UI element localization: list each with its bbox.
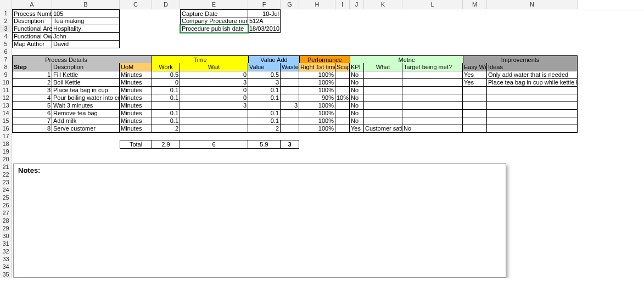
col-header[interactable]: Target being met? — [402, 63, 463, 71]
table-cell[interactable]: 100% — [299, 71, 335, 79]
cell[interactable] — [463, 132, 487, 140]
table-cell[interactable] — [281, 86, 299, 94]
row-header[interactable]: 8 — [0, 63, 12, 71]
cell[interactable] — [350, 132, 364, 140]
table-cell[interactable] — [487, 86, 578, 94]
table-cell[interactable] — [180, 117, 248, 125]
table-cell[interactable]: Minutes — [120, 101, 152, 110]
cell[interactable] — [299, 9, 335, 17]
col-header[interactable]: Ideas — [487, 63, 578, 71]
cell[interactable] — [281, 9, 299, 17]
table-cell[interactable]: 0.5 — [152, 71, 180, 79]
cell[interactable] — [52, 140, 120, 148]
cell[interactable] — [487, 25, 578, 32]
row-header[interactable]: 15 — [0, 117, 12, 125]
table-cell[interactable] — [487, 94, 578, 102]
cell[interactable] — [120, 48, 152, 55]
table-cell[interactable]: Minutes — [120, 78, 152, 87]
table-cell[interactable]: 100% — [299, 117, 335, 125]
table-cell[interactable] — [487, 125, 578, 133]
table-cell[interactable]: Place tea bag in cup — [52, 86, 120, 94]
table-cell[interactable]: Fill Kettle — [52, 71, 120, 79]
cell[interactable] — [487, 17, 578, 25]
table-cell[interactable]: 3 — [180, 101, 248, 110]
table-cell[interactable]: 0.1 — [152, 117, 180, 125]
table-cell[interactable] — [248, 101, 281, 110]
cell[interactable] — [12, 148, 578, 155]
cell[interactable] — [463, 140, 487, 148]
row-header[interactable]: 21 — [0, 163, 12, 171]
cell[interactable] — [463, 25, 487, 32]
table-cell[interactable]: No — [350, 94, 364, 102]
cell[interactable] — [52, 48, 120, 55]
row-header[interactable]: 32 — [0, 247, 12, 256]
cell[interactable] — [402, 140, 463, 148]
cell[interactable] — [463, 9, 487, 17]
col-header-M[interactable]: M — [463, 0, 487, 9]
row-header[interactable]: 27 — [0, 209, 12, 217]
cell[interactable] — [120, 32, 152, 40]
notes-textbox[interactable]: Notes: — [13, 163, 506, 278]
cell[interactable] — [180, 40, 248, 48]
table-cell[interactable]: 0 — [180, 94, 248, 102]
col-header-C[interactable]: C — [120, 0, 152, 9]
table-cell[interactable]: 0.1 — [152, 109, 180, 117]
cell[interactable] — [364, 32, 402, 40]
cell[interactable] — [299, 17, 335, 25]
cell[interactable] — [463, 32, 487, 40]
cell[interactable] — [299, 25, 335, 32]
cell[interactable] — [120, 132, 152, 140]
cell[interactable] — [120, 25, 152, 32]
table-cell[interactable]: 100% — [299, 86, 335, 94]
table-cell[interactable] — [364, 94, 402, 102]
row-header[interactable]: 5 — [0, 40, 12, 48]
table-cell[interactable] — [402, 94, 463, 102]
row-header[interactable]: 17 — [0, 132, 12, 140]
cell[interactable] — [281, 32, 299, 40]
table-cell[interactable] — [281, 94, 299, 102]
cell[interactable]: Company Procedure number — [180, 17, 248, 25]
table-cell[interactable] — [402, 109, 463, 117]
cell[interactable] — [152, 17, 180, 25]
table-cell[interactable] — [487, 117, 578, 125]
cell[interactable] — [350, 32, 364, 40]
table-cell[interactable] — [364, 109, 402, 117]
table-cell[interactable]: 0.1 — [248, 109, 281, 117]
cell[interactable]: 512A — [248, 17, 281, 25]
table-cell[interactable] — [364, 117, 402, 125]
table-cell[interactable]: Minutes — [120, 125, 152, 133]
table-cell[interactable] — [281, 109, 299, 117]
table-cell[interactable]: 7 — [12, 117, 52, 125]
table-cell[interactable] — [180, 109, 248, 117]
cell[interactable] — [152, 9, 180, 17]
cell[interactable]: 18/03/2010 — [248, 25, 281, 33]
col-header[interactable]: Right 1st time — [299, 63, 335, 71]
col-header[interactable]: Wait — [180, 63, 248, 71]
table-cell[interactable] — [402, 86, 463, 94]
cell[interactable] — [152, 32, 180, 40]
table-cell[interactable]: Minutes — [120, 71, 152, 79]
col-header[interactable]: Scap % — [335, 63, 350, 71]
cell[interactable] — [299, 132, 335, 140]
row-header[interactable]: 22 — [0, 171, 12, 179]
row-header[interactable]: 25 — [0, 194, 12, 202]
table-cell[interactable]: Minutes — [120, 94, 152, 102]
select-all-corner[interactable] — [0, 0, 12, 9]
table-cell[interactable] — [364, 78, 402, 87]
table-cell[interactable]: 0.5 — [248, 71, 281, 79]
cell[interactable] — [350, 40, 364, 48]
cell[interactable] — [335, 17, 350, 25]
row-header[interactable]: 35 — [0, 270, 12, 278]
cell[interactable] — [335, 140, 350, 148]
table-cell[interactable]: 90% — [299, 94, 335, 102]
cell[interactable] — [463, 48, 487, 55]
row-header[interactable]: 34 — [0, 263, 12, 271]
cell[interactable] — [152, 132, 180, 140]
cell[interactable] — [299, 40, 335, 48]
row-header[interactable]: 2 — [0, 17, 12, 25]
table-cell[interactable]: No — [350, 109, 364, 117]
row-header[interactable]: 9 — [0, 71, 12, 79]
table-cell[interactable] — [335, 101, 350, 110]
table-cell[interactable]: No — [350, 86, 364, 94]
row-header[interactable]: 13 — [0, 101, 12, 110]
